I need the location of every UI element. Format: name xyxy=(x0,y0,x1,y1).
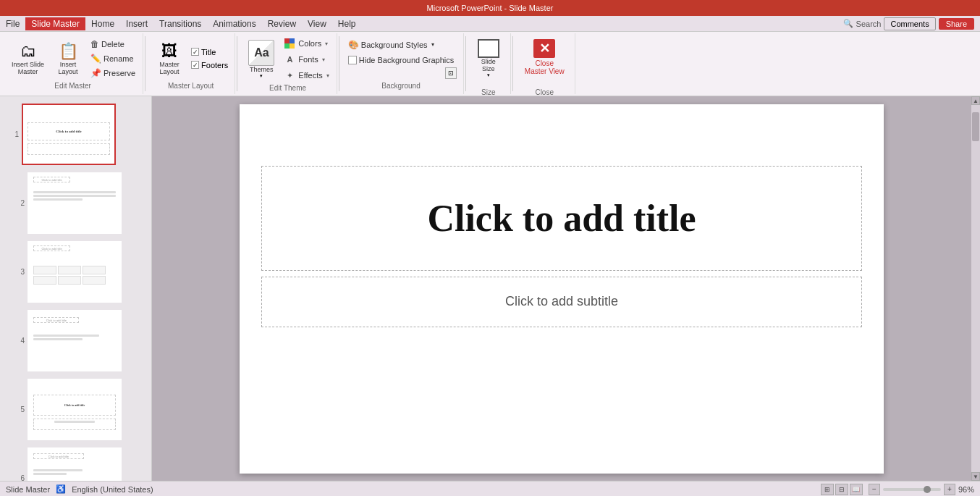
thumb-content-4 xyxy=(33,335,115,342)
menu-file[interactable]: File xyxy=(0,17,25,30)
thumb-inner-3: Click to add title xyxy=(28,241,122,303)
delete-button[interactable]: 🗑 Delete xyxy=(88,38,138,51)
slide-sorter-button[interactable]: ⊟ xyxy=(835,484,848,495)
ribbon: 🗂 Insert SlideMaster 📋 InsertLayout 🗑 De… xyxy=(0,32,980,96)
close-master-view-button[interactable]: ✕ CloseMaster View xyxy=(519,36,570,87)
title-checkbox[interactable]: Title xyxy=(189,47,230,57)
insert-layout-icon: 📋 xyxy=(59,42,78,61)
slide-num-2: 2 xyxy=(10,199,25,207)
thumb-canvas-5: Click to add title xyxy=(29,380,120,439)
zoom-slider-thumb[interactable] xyxy=(924,486,931,493)
thumb-title-1: Click to add title xyxy=(28,122,109,140)
slide-panel[interactable]: 1 Click to add title 2 Click to add titl… xyxy=(0,96,152,481)
effects-button[interactable]: ✦ Effects ▾ xyxy=(281,68,331,83)
slide-num-5: 5 xyxy=(10,405,25,413)
search-label[interactable]: Search xyxy=(856,20,882,28)
background-format-button[interactable]: ⊡ xyxy=(445,67,457,79)
thumb-canvas-6: Click to add title xyxy=(29,449,120,481)
slide-thumb-4[interactable]: 4 Click to add title xyxy=(9,308,148,373)
thumb-inner-4: Click to add title xyxy=(28,310,122,371)
thumb-header-6: Click to add title xyxy=(33,453,83,459)
subtitle-placeholder[interactable]: Click to add subtitle xyxy=(261,277,862,327)
zoom-slider[interactable] xyxy=(883,488,941,491)
colors-button[interactable]: Colors ▾ xyxy=(281,36,331,51)
preserve-button[interactable]: 📌 Preserve xyxy=(88,67,138,80)
zoom-label[interactable]: 96% xyxy=(958,485,974,494)
preserve-label: Preserve xyxy=(104,69,135,77)
menu-help[interactable]: Help xyxy=(332,17,362,30)
master-layout-icon: 🖼 xyxy=(161,42,177,61)
menu-animations[interactable]: Animations xyxy=(207,17,261,30)
title-bar: Microsoft PowerPoint - Slide Master xyxy=(0,0,980,16)
master-layout-label: Master Layout xyxy=(151,80,230,91)
themes-arrow: ▾ xyxy=(260,73,263,79)
svg-rect-3 xyxy=(290,43,295,49)
search-icon: 🔍 xyxy=(843,19,853,28)
status-right: ⊞ ⊟ 📖 − + 96% xyxy=(821,484,974,495)
menu-insert[interactable]: Insert xyxy=(120,17,153,30)
slide-canvas[interactable]: Click to add title Click to add subtitle xyxy=(240,104,884,474)
comments-button[interactable]: Comments xyxy=(884,17,935,30)
slide-thumb-6[interactable]: 6 Click to add title xyxy=(9,446,148,481)
rename-icon: ✏️ xyxy=(90,54,101,64)
edit-master-label: Edit Master xyxy=(7,80,138,91)
menu-home[interactable]: Home xyxy=(85,17,120,30)
normal-view-button[interactable]: ⊞ xyxy=(821,484,834,495)
colors-icon xyxy=(284,38,295,49)
slide-num-4: 4 xyxy=(10,337,25,345)
slide-size-arrow: ▾ xyxy=(487,72,490,78)
slide-size-button[interactable]: SlideSize ▾ xyxy=(472,36,505,87)
insert-slide-master-button[interactable]: 🗂 Insert SlideMaster xyxy=(7,37,48,80)
scroll-up-button[interactable]: ▲ xyxy=(971,96,980,105)
reading-view-button[interactable]: 📖 xyxy=(850,484,863,495)
thumb-line-6b xyxy=(33,473,66,475)
themes-button[interactable]: Aa Themes ▾ xyxy=(243,38,279,81)
insert-layout-button[interactable]: 📋 InsertLayout xyxy=(50,37,86,80)
insert-slide-master-label: Insert SlideMaster xyxy=(12,61,44,75)
thumb-canvas-2: Click to add title xyxy=(29,174,120,232)
slide-thumb-3[interactable]: 3 Click to add title xyxy=(9,240,148,304)
slide-thumb-5[interactable]: 5 Click to add title xyxy=(9,377,148,442)
slide-num-6: 6 xyxy=(10,474,25,481)
insert-layout-label: InsertLayout xyxy=(59,61,78,75)
slide-thumb-1[interactable]: 1 Click to add title xyxy=(3,102,148,167)
separator-5 xyxy=(512,36,513,91)
menu-bar: File Slide Master Home Insert Transition… xyxy=(0,16,980,32)
menu-transitions[interactable]: Transitions xyxy=(153,17,207,30)
background-styles-button[interactable]: 🎨 Background Styles ▾ xyxy=(345,38,457,51)
share-button[interactable]: Share xyxy=(939,18,974,30)
menu-review[interactable]: Review xyxy=(262,17,302,30)
thumb-line-2b xyxy=(33,195,115,197)
zoom-in-button[interactable]: + xyxy=(944,484,955,495)
thumb-inner-1: Click to add title xyxy=(22,104,116,165)
master-layout-button[interactable]: 🖼 MasterLayout xyxy=(151,37,187,80)
slide-size-label: SlideSize xyxy=(481,58,496,72)
menu-view[interactable]: View xyxy=(302,17,332,30)
close-master-icon: ✕ xyxy=(533,39,555,58)
bg-styles-arrow: ▾ xyxy=(431,41,434,48)
menu-slide-master[interactable]: Slide Master xyxy=(25,17,85,30)
thumb-line-2a xyxy=(33,191,115,193)
thumb-inner-2: Click to add title xyxy=(28,172,122,234)
master-layout-label: MasterLayout xyxy=(159,61,179,75)
scroll-down-button[interactable]: ▼ xyxy=(971,472,980,481)
thumb-line-5 xyxy=(54,421,95,423)
hide-background-checkbox[interactable]: Hide Background Graphics xyxy=(345,54,457,66)
thumb-title-5: Click to add title xyxy=(33,395,115,415)
svg-rect-2 xyxy=(284,43,290,49)
footers-checkbox[interactable]: Footers xyxy=(189,60,230,70)
thumb-box-3e xyxy=(58,276,81,285)
colors-arrow: ▾ xyxy=(325,41,328,47)
zoom-out-button[interactable]: − xyxy=(869,484,880,495)
size-group: SlideSize ▾ Size xyxy=(468,33,511,94)
slide-subtitle-text: Click to add subtitle xyxy=(505,294,618,309)
slide-title-text: Click to add title xyxy=(427,197,696,240)
title-placeholder[interactable]: Click to add title xyxy=(261,166,862,271)
background-group: 🎨 Background Styles ▾ Hide Background Gr… xyxy=(341,33,464,94)
slide-thumb-2[interactable]: 2 Click to add title xyxy=(9,171,148,235)
fonts-button[interactable]: A Fonts ▾ xyxy=(281,52,331,67)
rename-button[interactable]: ✏️ Rename xyxy=(88,52,138,65)
slide-num-3: 3 xyxy=(10,268,25,276)
accessibility-icon[interactable]: ♿ xyxy=(56,484,66,494)
scroll-thumb[interactable] xyxy=(972,112,979,141)
